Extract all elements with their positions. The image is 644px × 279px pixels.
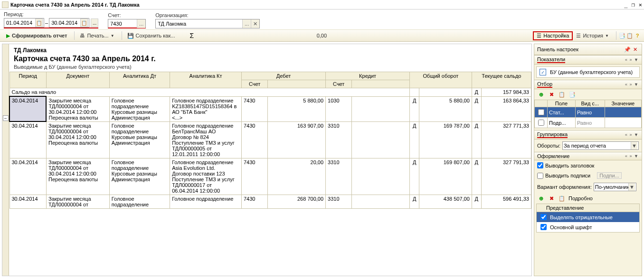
podrobno-button[interactable]: Подробно bbox=[568, 195, 593, 201]
account-label: Счет: bbox=[108, 12, 146, 18]
dash: – bbox=[45, 20, 48, 26]
settings-button[interactable]: ☰Настройка bbox=[533, 31, 573, 40]
add-style-icon[interactable]: ⊕ bbox=[537, 195, 545, 202]
table-row[interactable]: 30.04.2014Закрытие месяца ТДЛ00000004 от… bbox=[9, 96, 531, 121]
saveas-label: Сохранить как... bbox=[136, 33, 175, 38]
print-label: Печать... bbox=[87, 33, 108, 38]
sum-value: 0,00 bbox=[222, 33, 327, 38]
date-from-input[interactable] bbox=[5, 19, 35, 27]
org-label: Организация: bbox=[155, 12, 260, 18]
hdr-period: Период bbox=[9, 72, 46, 88]
org-value: ТД Лакомка bbox=[156, 21, 242, 27]
chevrons-icon[interactable]: « » ▼ bbox=[625, 154, 639, 158]
org-clear-icon[interactable]: ✕ bbox=[251, 19, 259, 28]
panel-pin-icon[interactable]: 📌 bbox=[624, 46, 631, 53]
collapse-toggle[interactable]: – bbox=[3, 115, 9, 121]
filter-bar: Период: 📋 – 📋 ... Счет: 7430 ... Организ… bbox=[0, 9, 644, 29]
opening-label: Сальдо на начало bbox=[9, 88, 410, 97]
delete-filter-icon[interactable]: ✖ bbox=[548, 91, 555, 98]
variant-label: Вариант оформления: bbox=[537, 184, 592, 190]
minimize-icon[interactable]: _ bbox=[624, 1, 627, 8]
style-row-1-checkbox[interactable] bbox=[540, 214, 547, 220]
chevrons-icon[interactable]: « » ▼ bbox=[625, 57, 639, 62]
dropdown-icon: ▼ bbox=[111, 34, 114, 38]
h-scrollbar[interactable]: ◂ ▸ bbox=[2, 276, 531, 276]
filter-row[interactable]: Подр...Равно bbox=[535, 118, 642, 128]
app-icon bbox=[2, 1, 9, 8]
oboroty-select[interactable]: За период отчета▼ bbox=[562, 141, 639, 150]
dropdown-icon: ▼ bbox=[605, 34, 609, 38]
style-list-header: Представление bbox=[537, 204, 639, 212]
podpi-button[interactable]: Подпи... bbox=[597, 172, 621, 179]
vyv-pod-checkbox[interactable] bbox=[537, 173, 543, 179]
delete-style-icon[interactable]: ✖ bbox=[548, 195, 555, 202]
history-button[interactable]: ☰История▼ bbox=[573, 31, 612, 40]
filter-row-checkbox[interactable] bbox=[538, 120, 544, 126]
period-ellipsis-button[interactable]: ... bbox=[91, 19, 98, 27]
outline-gutter: – bbox=[2, 44, 9, 276]
report-subtitle: Выводимые д БУ (данные бухгалтерского уч… bbox=[14, 64, 527, 70]
report-title: Карточка счета 7430 за Апрель 2014 г. bbox=[14, 55, 527, 63]
copyall-filter-icon[interactable]: 📑 bbox=[568, 91, 576, 98]
style-row-1-label: Выделять отрицательные bbox=[550, 214, 613, 220]
calendar-from-icon[interactable]: 📋 bbox=[35, 19, 43, 27]
report-area: – ТД Лакомка Карточка счета 7430 за Апре… bbox=[2, 44, 532, 276]
section-grup: Группировка bbox=[537, 131, 568, 138]
account-value: 7430 bbox=[108, 21, 137, 27]
section-pokazateli: Показатели bbox=[537, 56, 565, 63]
dropdown-icon: ▼ bbox=[631, 142, 637, 149]
chevrons-icon[interactable]: « » ▼ bbox=[625, 132, 639, 137]
toolbar: ▶Сформировать отчет 🖶Печать...▼ 💾Сохрани… bbox=[0, 29, 644, 42]
copy-filter-icon[interactable]: 📋 bbox=[558, 91, 566, 98]
titlebar: Карточка счета 7430 за Апрель 2014 г. ТД… bbox=[0, 0, 644, 9]
period-label: Период: bbox=[4, 11, 98, 17]
oboroty-value: За период отчета bbox=[564, 143, 606, 149]
vyv-zag-checkbox[interactable] bbox=[537, 162, 543, 168]
tool-icon-1[interactable]: 📑 bbox=[618, 32, 626, 39]
copy-style-icon[interactable]: 📋 bbox=[558, 195, 566, 202]
org-input[interactable]: ТД Лакомка ... ✕ bbox=[155, 19, 260, 28]
date-to-input[interactable] bbox=[50, 19, 80, 27]
history-icon: ☰ bbox=[576, 33, 581, 39]
account-input[interactable]: 7430 ... bbox=[108, 19, 146, 28]
hdr-kt-schet: Счет bbox=[326, 80, 352, 88]
table-row[interactable]: 30.04.2014Закрытие месяца ТДЛ00000004 от… bbox=[9, 195, 531, 208]
bu-checkbox[interactable]: ✓ bbox=[540, 69, 546, 75]
help-icon[interactable]: ? bbox=[634, 32, 641, 39]
style-row-2-checkbox[interactable] bbox=[540, 224, 547, 230]
variant-select[interactable]: По-умолчаник▼ bbox=[594, 183, 636, 191]
print-button[interactable]: 🖶Печать...▼ bbox=[76, 31, 117, 40]
filter-row-checkbox[interactable] bbox=[538, 109, 544, 115]
chevrons-icon[interactable]: « » ▼ bbox=[625, 82, 639, 87]
filter-row[interactable]: Стат...Равно bbox=[535, 107, 642, 118]
style-row-1[interactable]: Выделять отрицательные bbox=[537, 212, 639, 222]
dropdown-icon: ▼ bbox=[628, 183, 635, 191]
hdr-kredit: Кредит bbox=[326, 72, 410, 80]
panel-close-icon[interactable]: ✕ bbox=[631, 46, 639, 53]
vyv-pod-label: Выводить подписи bbox=[545, 173, 590, 178]
form-report-label: Сформировать отчет bbox=[12, 33, 67, 38]
restore-icon[interactable]: ❐ bbox=[632, 1, 635, 8]
save-icon: 💾 bbox=[127, 33, 134, 39]
tool-icon-2[interactable]: 📋 bbox=[626, 32, 634, 39]
close-icon[interactable]: ✕ bbox=[639, 1, 642, 8]
add-filter-icon[interactable]: ⊕ bbox=[537, 91, 545, 98]
hdr-saldo: Текущее сальдо bbox=[472, 72, 531, 88]
account-ellipsis-icon[interactable]: ... bbox=[137, 19, 145, 28]
window-title: Карточка счета 7430 за Апрель 2014 г. ТД… bbox=[10, 2, 140, 8]
settings-label: Настройка bbox=[543, 33, 569, 38]
fh-pole: Поле bbox=[548, 100, 576, 107]
saveas-button[interactable]: 💾Сохранить как... bbox=[124, 31, 179, 40]
style-row-2-label: Основной шрифт bbox=[550, 224, 592, 230]
style-list: Представление Выделять отрицательные Осн… bbox=[536, 204, 640, 232]
report-table: Период Документ Аналитика Дт Аналитика К… bbox=[9, 72, 531, 209]
org-ellipsis-icon[interactable]: ... bbox=[242, 19, 251, 28]
calendar-to-icon[interactable]: 📋 bbox=[80, 19, 88, 27]
table-row[interactable]: 30.04.2014Закрытие месяца ТДЛ00000004 от… bbox=[9, 121, 531, 158]
vyv-zag-label: Выводить заголовок bbox=[545, 163, 594, 168]
section-otbor: Отбор bbox=[537, 81, 552, 88]
hdr-oborot: Общий оборот bbox=[410, 72, 472, 88]
form-report-button[interactable]: ▶Сформировать отчет bbox=[3, 31, 70, 40]
style-row-2[interactable]: Основной шрифт bbox=[537, 222, 639, 232]
table-row[interactable]: 30.04.2014Закрытие месяца ТДЛ00000004 от… bbox=[9, 158, 531, 195]
